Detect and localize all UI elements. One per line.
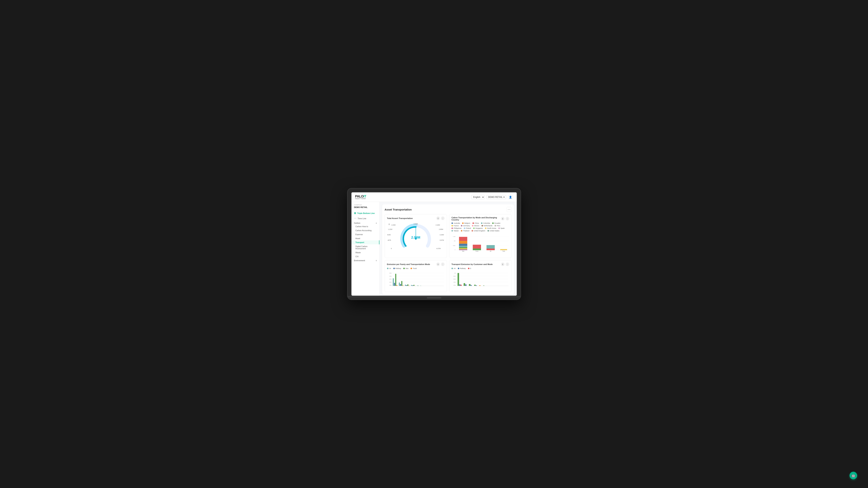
svg-text:300k: 300k xyxy=(389,279,392,280)
carbon-section-header[interactable]: Carbon ∧ xyxy=(351,221,379,224)
sidebar-item-transport[interactable]: Transport xyxy=(351,240,379,245)
sidebar-item-waste[interactable]: Waste xyxy=(351,251,379,255)
svg-rect-41 xyxy=(400,284,401,286)
transport-emission-card: Transport Emission by Customer and Mode … xyxy=(449,260,512,292)
svg-rect-22 xyxy=(487,249,495,250)
gauge-chart-card: Total Assert Transportation ℹ ⋮ ⧖ xyxy=(385,214,447,258)
legend-dot-netherlands xyxy=(482,225,483,226)
time-line-icon: 〰 xyxy=(354,217,356,220)
bar-chart-header: Cabon Transportation by Mode and Dischar… xyxy=(452,217,509,221)
svg-rect-21 xyxy=(487,245,495,249)
legend-dot-uk xyxy=(472,230,473,231)
legend-dot-thailand xyxy=(461,230,462,231)
emission-more-button[interactable]: ⋮ xyxy=(441,262,444,266)
svg-rect-13 xyxy=(459,246,467,247)
legend-dot-poland xyxy=(464,228,465,229)
sidebar-item-carbon-how-to[interactable]: Carbon How to xyxy=(351,224,379,228)
ai-bot-button[interactable]: 🤖 xyxy=(849,472,857,479)
gauge-label-left-top: 1.22M xyxy=(388,228,393,230)
sidebar-item-asset[interactable]: Asset xyxy=(351,236,379,240)
emission-info-button[interactable]: ℹ xyxy=(436,262,440,266)
gauge-chart-title: Total Assert Transportation xyxy=(387,217,413,219)
svg-rect-73 xyxy=(471,285,472,286)
laptop-notch xyxy=(427,297,441,298)
svg-rect-71 xyxy=(465,284,466,286)
carbon-section-label: Carbon xyxy=(354,222,361,224)
gauge-label-bot-right: 4.07M xyxy=(436,248,441,250)
more-options-button[interactable]: ⋯ xyxy=(506,207,512,212)
gauge-chart-header: Total Assert Transportation ℹ ⋮ xyxy=(387,217,445,220)
svg-rect-39 xyxy=(396,285,397,286)
svg-rect-36 xyxy=(393,279,394,286)
svg-rect-11 xyxy=(459,241,467,243)
svg-rect-19 xyxy=(473,249,481,250)
legend-dot-south-korea xyxy=(485,228,487,229)
svg-rect-15 xyxy=(459,248,467,249)
transport-emission-legend: Air Railway S xyxy=(452,267,509,269)
emission-chart-title: Emission per Famiy and Transportation Mo… xyxy=(387,263,430,265)
bar-chart-title: Cabon Transportation by Mode and Dischar… xyxy=(452,217,501,221)
company-name: DEMO RETAIL xyxy=(351,206,379,210)
gauge-info-button[interactable]: ℹ xyxy=(436,217,440,220)
gauge-chart-actions: ℹ ⋮ xyxy=(436,217,444,220)
gauge-more-button[interactable]: ⋮ xyxy=(441,217,444,220)
legend-dot-air xyxy=(387,268,389,269)
legend-dot-belgium xyxy=(462,223,464,224)
sidebar-item-cix[interactable]: CIX xyxy=(351,255,379,258)
laptop-frame: PALOIT Impact Tracker English DEMO RETAI… xyxy=(347,188,521,300)
app-container: PALOIT Impact Tracker English DEMO RETAI… xyxy=(351,192,517,296)
svg-rect-42 xyxy=(401,281,402,286)
emission-chart-header: Emission per Famiy and Transportation Mo… xyxy=(387,262,445,266)
sidebar-item-time-line[interactable]: 〰 Time Line xyxy=(351,216,379,221)
legend-united-kingdom: United Kingdom xyxy=(472,230,485,232)
emission-legend: Air Railway Sea Truck xyxy=(387,267,445,269)
transport-info-button[interactable]: ℹ xyxy=(501,262,504,266)
svg-rect-48 xyxy=(411,285,412,286)
svg-text:500k: 500k xyxy=(453,245,456,246)
svg-text:1M: 1M xyxy=(454,272,456,274)
transport-more-button[interactable]: ⋮ xyxy=(506,262,509,266)
sidebar-item-triple-bottom-line[interactable]: ⊞ Triple Bottom Line xyxy=(351,210,379,216)
svg-text:1M: 1M xyxy=(454,240,455,241)
legend-belgium: Belgium xyxy=(462,222,470,224)
svg-rect-16 xyxy=(459,249,467,250)
gauge-label-right-bot: 3.67M xyxy=(439,239,444,241)
svg-text:400k: 400k xyxy=(454,282,456,283)
top-charts-grid: Total Assert Transportation ℹ ⋮ ⧖ xyxy=(385,214,512,258)
svg-rect-70 xyxy=(464,283,465,286)
legend-truck: Truck xyxy=(410,267,417,269)
asset-transportation-card: Asset Transportation ⋯ Total Assert Tran… xyxy=(382,204,514,294)
svg-text:100k: 100k xyxy=(389,285,392,286)
sidebar-item-expense[interactable]: Expense xyxy=(351,232,379,236)
legend-transport-air: Air xyxy=(452,267,456,269)
sidebar-item-digital-carbon[interactable]: Digital Carbon Assessment xyxy=(351,245,379,251)
transport-emission-title: Transport Emission by Customer and Mode xyxy=(452,263,493,265)
bar-chart-card: Cabon Transportation by Mode and Dischar… xyxy=(449,214,512,258)
svg-rect-45 xyxy=(406,285,407,286)
legend-dot-transport-s xyxy=(468,268,469,269)
gauge-filter-icon[interactable]: ⧖ xyxy=(389,223,390,225)
legend-dot-france xyxy=(452,225,453,226)
legend-ecuador: Ecuador xyxy=(492,222,501,224)
legend-dot-spain xyxy=(498,228,500,229)
carbon-chevron-icon: ∧ xyxy=(376,222,377,224)
bar-more-button[interactable]: ⋮ xyxy=(506,217,509,221)
legend-france: France xyxy=(452,225,459,227)
svg-rect-75 xyxy=(476,285,477,286)
emission-chart-card: Emission per Famiy and Transportation Mo… xyxy=(385,260,447,292)
triple-bottom-line-icon: ⊞ xyxy=(354,212,356,215)
bar-info-button[interactable]: ℹ xyxy=(501,217,504,221)
gauge-label-right-top: 2.85M xyxy=(439,228,443,230)
main-content: Asset Transportation ⋯ Total Assert Tran… xyxy=(379,202,517,296)
user-avatar-icon[interactable]: 👤 xyxy=(508,195,513,200)
sidebar-item-carbon-accounting[interactable]: Carbon Accounting xyxy=(351,228,379,232)
svg-rect-68 xyxy=(459,284,461,286)
svg-rect-46 xyxy=(407,284,408,286)
svg-rect-72 xyxy=(469,284,470,286)
triple-bottom-line-label: Triple Bottom Line xyxy=(357,212,375,214)
environment-section-header[interactable]: Environment ∨ xyxy=(351,258,379,262)
time-line-label: Time Line xyxy=(358,217,366,220)
environment-chevron-icon: ∨ xyxy=(376,260,377,262)
gauge-label-top-left: 1.63M xyxy=(391,224,396,226)
language-select[interactable]: English xyxy=(471,195,485,199)
